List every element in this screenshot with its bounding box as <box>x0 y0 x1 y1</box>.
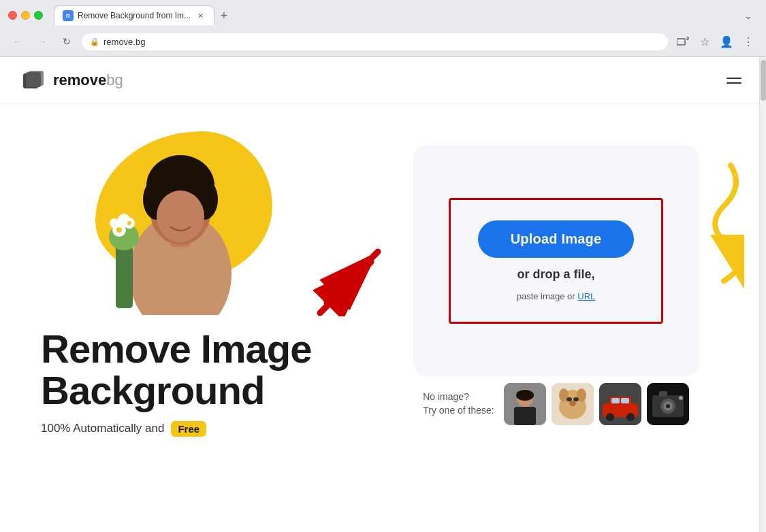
svg-rect-5 <box>26 72 41 87</box>
free-badge: Free <box>171 421 206 437</box>
svg-point-19 <box>116 227 122 233</box>
address-text: remove.bg <box>103 37 145 47</box>
svg-point-43 <box>626 413 635 421</box>
svg-rect-41 <box>621 398 629 403</box>
hero-headline: Remove Image Background 100% Automatical… <box>41 329 368 437</box>
hero-image-area <box>41 118 300 315</box>
tabs-chevron-icon[interactable]: ⌄ <box>744 10 758 21</box>
svg-rect-13 <box>116 240 133 308</box>
back-button[interactable]: ← <box>8 32 27 51</box>
svg-point-12 <box>157 190 204 242</box>
hamburger-menu[interactable] <box>724 75 744 86</box>
scrollbar[interactable] <box>759 57 766 532</box>
svg-line-24 <box>320 262 371 313</box>
minimize-button[interactable] <box>21 11 30 20</box>
hero-right: Upload Image or drop a file, paste image… <box>368 118 744 425</box>
hamburger-line-1 <box>727 78 741 79</box>
browser-actions: ☆ 👤 ⋮ <box>673 32 758 51</box>
logo-remove: remove <box>53 71 106 88</box>
forward-button[interactable]: → <box>33 32 52 51</box>
svg-point-20 <box>127 221 131 225</box>
bookmark-button[interactable]: ☆ <box>695 32 714 51</box>
drop-file-text: or drop a file, <box>517 267 594 282</box>
more-options-button[interactable]: ⋮ <box>739 32 758 51</box>
svg-point-42 <box>606 413 614 421</box>
page-content: removebg <box>0 57 766 532</box>
logo-area: removebg <box>22 68 123 93</box>
svg-marker-21 <box>710 235 744 289</box>
tab-title-text: Remove Background from Im... <box>78 11 191 20</box>
navbar: removebg <box>0 57 766 104</box>
svg-text:R: R <box>66 13 70 19</box>
traffic-lights <box>8 11 43 20</box>
sample-image-camera[interactable] <box>647 383 689 425</box>
sample-image-dog[interactable] <box>552 383 594 425</box>
profile-button[interactable]: 👤 <box>717 32 736 51</box>
upload-card-inner: Upload Image or drop a file, paste image… <box>449 198 664 324</box>
svg-point-48 <box>666 404 670 408</box>
hero-headline-text: Remove Image Background <box>41 329 368 412</box>
hero-subtext-text: 100% Automatically and <box>41 422 164 435</box>
svg-rect-2 <box>677 39 685 45</box>
paste-image-text: paste image or URL <box>517 291 596 301</box>
address-input-wrapper[interactable]: 🔒 remove.bg <box>82 33 668 50</box>
scrollbar-thumb[interactable] <box>761 60 766 101</box>
sample-image-car[interactable] <box>599 383 641 425</box>
title-bar: R Remove Background from Im... ✕ + ⌄ <box>0 0 766 29</box>
svg-point-35 <box>573 397 579 401</box>
hero-section: Remove Image Background 100% Automatical… <box>0 104 766 499</box>
svg-point-36 <box>569 401 576 406</box>
active-tab[interactable]: R Remove Background from Im... ✕ <box>54 5 214 25</box>
cast-button[interactable] <box>673 32 692 51</box>
triangle-decoration <box>710 235 744 289</box>
browser-chrome: R Remove Background from Im... ✕ + ⌄ ← →… <box>0 0 766 57</box>
red-arrow-pointer <box>313 228 402 316</box>
tab-close-button[interactable]: ✕ <box>195 10 206 21</box>
sample-image-person[interactable] <box>504 383 546 425</box>
url-link[interactable]: URL <box>577 291 595 301</box>
hamburger-line-2 <box>727 82 741 84</box>
svg-point-17 <box>110 218 119 228</box>
no-image-text: No image? Try one of these: <box>423 390 494 417</box>
logo-bg: bg <box>106 71 123 88</box>
tab-favicon-icon: R <box>63 10 74 21</box>
svg-rect-27 <box>514 407 536 425</box>
hero-subtext: 100% Automatically and Free <box>41 421 368 437</box>
no-image-row: No image? Try one of these: <box>423 383 689 425</box>
hero-person-image <box>75 118 272 315</box>
logo-icon <box>22 68 46 93</box>
upload-image-button[interactable]: Upload Image <box>478 220 635 258</box>
svg-rect-40 <box>611 398 620 403</box>
close-button[interactable] <box>8 11 17 20</box>
svg-point-50 <box>679 396 683 400</box>
svg-point-28 <box>516 390 534 401</box>
lock-icon: 🔒 <box>90 37 99 46</box>
new-tab-button[interactable]: + <box>214 6 234 25</box>
logo-text: removebg <box>53 71 123 89</box>
browser-tabs: R Remove Background from Im... ✕ + <box>54 5 234 25</box>
sample-images <box>504 383 689 425</box>
maximize-button[interactable] <box>34 11 43 20</box>
svg-rect-49 <box>659 391 667 397</box>
address-bar: ← → ↻ 🔒 remove.bg ☆ 👤 ⋮ <box>0 29 766 56</box>
refresh-button[interactable]: ↻ <box>57 32 76 51</box>
upload-card: Upload Image or drop a file, paste image… <box>413 145 699 376</box>
svg-point-34 <box>566 397 572 401</box>
